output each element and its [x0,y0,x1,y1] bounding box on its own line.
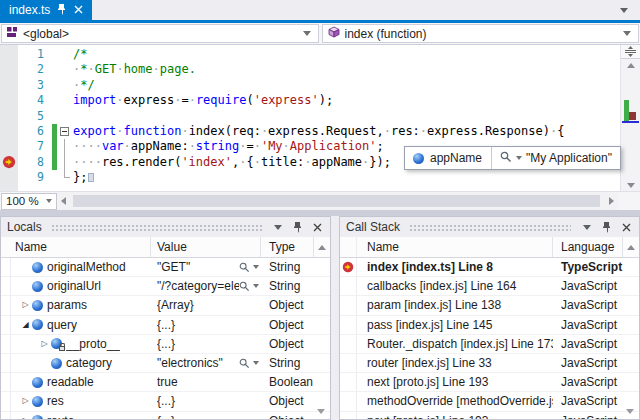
text-visualizer-control[interactable] [239,262,259,273]
scroll-down-arrow[interactable] [621,183,640,188]
chevron-down-icon [46,199,52,203]
panel-scroll-down-arrow[interactable] [626,409,634,414]
column-header-type[interactable]: Type [261,237,314,257]
tree-expander-icon[interactable]: ▷ [19,301,32,309]
variable-type: Boolean [261,373,330,391]
code-text[interactable]: ·*·GET·home·page. [73,62,620,77]
zoom-level-dropdown[interactable]: 100 % [1,193,57,210]
horizontal-scroll-thumb[interactable] [73,195,600,207]
code-text[interactable]: }; [73,170,620,185]
split-window-handle[interactable] [621,45,640,59]
locals-row[interactable]: originalMethod"GET"String [1,258,330,277]
text-visualizer-control[interactable] [239,358,259,369]
code-text[interactable]: /* [73,47,620,62]
visualizer-dropdown-icon[interactable] [253,284,259,288]
panel-scroll-up-arrow[interactable] [314,237,330,257]
close-icon[interactable] [74,3,83,17]
code-line[interactable]: 6export·function·index(req:·express.Requ… [0,124,620,139]
callstack-row[interactable]: index [index.ts] Line 8TypeScript [340,258,639,277]
scroll-left-arrow[interactable] [61,197,66,205]
panel-scroll-down-arrow[interactable] [317,409,325,414]
locals-row[interactable]: ▷params{Array}Object [1,296,330,315]
locals-row[interactable]: ▷route{...}Object [1,412,330,420]
tree-expander-icon[interactable]: ▷ [19,417,32,419]
scroll-right-arrow[interactable] [609,197,614,205]
breakpoint-margin[interactable] [0,124,18,139]
breakpoint-margin[interactable] [0,109,18,124]
locals-row[interactable]: readabletrueBoolean [1,373,330,392]
pin-icon[interactable] [600,221,613,234]
callstack-row[interactable]: callbacks [index.js] Line 164JavaScript [340,277,639,296]
panels-splitter-vertical[interactable] [331,216,339,420]
code-line[interactable]: 4import·express·=·require('express'); [0,93,620,108]
variable-type: Object [261,392,330,410]
column-header-name[interactable]: Name [357,237,553,257]
locals-row[interactable]: ◢query{...}Object [1,316,330,335]
variable-name: readable [47,375,94,389]
code-line[interactable]: 1/* [0,47,620,62]
visualizer-dropdown-icon[interactable] [253,265,259,269]
row-gutter [1,392,11,410]
magnifier-icon[interactable] [239,358,250,369]
window-position-icon[interactable] [580,221,593,234]
column-header-name[interactable]: Name [1,237,151,257]
breakpoint-margin[interactable] [0,78,18,93]
breakpoint-margin[interactable] [0,62,18,77]
code-editor[interactable]: 1/*2·*·GET·home·page.3·*/4import·express… [0,45,640,191]
scope-dropdown[interactable]: <global> [1,24,319,43]
magnifier-icon[interactable] [239,281,250,292]
variable-name: query [47,318,77,332]
tree-expander-icon[interactable]: ◢ [19,321,32,329]
magnifier-icon[interactable] [239,262,250,273]
callstack-title-bar[interactable]: Call Stack [340,217,639,237]
close-icon[interactable] [311,221,324,234]
code-line[interactable]: 5 [0,109,620,124]
panel-scroll-up-arrow[interactable] [623,237,639,257]
editor-vertical-scrollbar[interactable] [620,45,640,191]
magnifier-icon[interactable] [500,151,512,166]
tree-expander-icon[interactable]: ▷ [38,340,51,348]
tree-expander-icon[interactable]: ▷ [19,397,32,405]
visualizer-dropdown-icon[interactable] [516,156,522,160]
code-line[interactable]: 9}; [0,170,620,185]
column-header-value[interactable]: Value [151,237,261,257]
pin-icon[interactable] [291,221,304,234]
editor-horizontal-scrollbar[interactable] [57,192,618,210]
callstack-row[interactable]: param [index.js] Line 138JavaScript [340,296,639,315]
locals-title-bar[interactable]: Locals [1,217,330,237]
code-line[interactable]: 3·*/ [0,78,620,93]
breakpoint-margin[interactable] [0,139,18,154]
code-text[interactable]: ·*/ [73,78,620,93]
code-line[interactable]: 2·*·GET·home·page. [0,62,620,77]
code-text[interactable]: import·express·=·require('express'); [73,93,620,108]
window-position-icon[interactable] [271,221,284,234]
callstack-row[interactable]: pass [index.js] Line 145JavaScript [340,316,639,335]
breakpoint-margin[interactable] [0,93,18,108]
tab-list-dropdown-icon[interactable] [620,8,628,13]
breakpoint-hit-icon[interactable] [0,155,18,170]
scroll-up-arrow[interactable] [621,59,640,71]
locals-row[interactable]: originalUrl"/?category=eleString [1,277,330,296]
tab-index-ts[interactable]: index.ts [0,0,92,20]
collapse-region-box[interactable] [60,127,69,136]
callstack-row[interactable]: Router._dispatch [index.js] Line 173Java… [340,335,639,354]
locals-row[interactable]: ▷__proto__{...}Object [1,335,330,354]
callstack-row[interactable]: methodOverride [methodOverride.js]JavaSc… [340,392,639,411]
member-dropdown[interactable]: index (function) [322,24,640,43]
locals-row[interactable]: ▷res{...}Object [1,392,330,411]
breakpoint-margin[interactable] [0,170,18,185]
text-visualizer-control[interactable] [239,281,259,292]
column-header-language[interactable]: Language [553,237,623,257]
breakpoint-margin[interactable] [0,47,18,62]
fold-margin[interactable] [59,124,73,139]
callstack-row[interactable]: next [proto.js] Line 193JavaScript [340,412,639,420]
code-text[interactable] [73,109,620,124]
visualizer-dropdown-icon[interactable] [253,361,259,365]
callstack-row[interactable]: next [proto.js] Line 193JavaScript [340,373,639,392]
callstack-row[interactable]: router [index.js] Line 33JavaScript [340,354,639,373]
close-icon[interactable] [620,221,633,234]
code-text[interactable]: export·function·index(req:·express.Reque… [73,124,620,139]
locals-row[interactable]: category"electronics"String [1,354,330,373]
debugger-data-tip[interactable]: appName "My Application" [404,146,621,170]
pin-icon[interactable] [57,3,67,18]
